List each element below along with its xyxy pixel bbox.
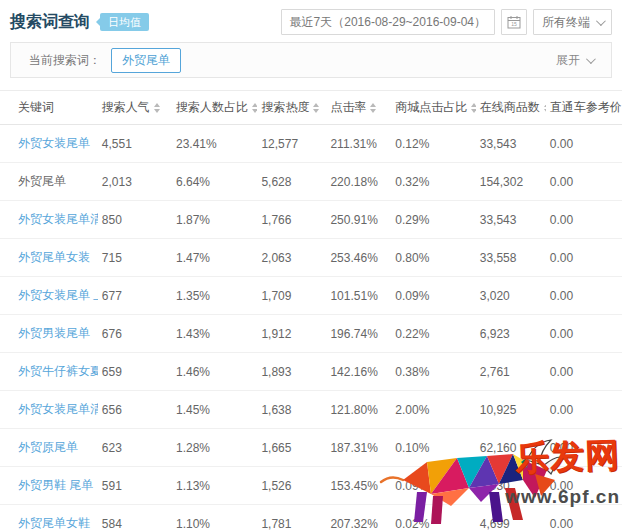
calendar-icon: 15: [507, 15, 521, 29]
keyword-link[interactable]: 外贸男装尾单: [18, 326, 90, 340]
value-cell-ratio: 1.13%: [172, 467, 257, 505]
column-header-label: 直通车参考价: [550, 100, 622, 114]
keyword-link[interactable]: 外贸尾单女装: [18, 250, 90, 264]
keyword-cell: 外贸尾单女鞋: [0, 505, 98, 530]
sort-icon[interactable]: [313, 103, 320, 113]
value-cell-popularity: 591: [98, 467, 172, 505]
value-cell-popularity: 677: [98, 277, 172, 315]
value-cell-mall_ctr: 0.29%: [391, 201, 475, 239]
chevron-down-icon: [586, 54, 596, 64]
value-cell-ctr: 250.91%: [326, 201, 391, 239]
column-header[interactable]: 搜索人气: [98, 91, 172, 125]
value-cell-ratio: 1.10%: [172, 505, 257, 530]
value-cell-online_products: 3,020: [476, 277, 546, 315]
value-cell-ctr: 153.45%: [326, 467, 391, 505]
column-header: 关键词: [0, 91, 98, 125]
sort-icon[interactable]: [252, 103, 257, 113]
value-cell-ppc_ref: 0.00: [546, 239, 622, 277]
value-cell-online_products: 62,160: [476, 429, 546, 467]
value-cell-ctr: 220.18%: [326, 163, 391, 201]
keyword-link[interactable]: 外贸女装尾单: [18, 136, 90, 150]
value-cell-ppc_ref: 0.00: [546, 163, 622, 201]
table-row: 外贸女装尾单 上衣6771.35%1,709101.51%0.09%3,0200…: [0, 277, 622, 315]
value-cell-online_products: 10,925: [476, 391, 546, 429]
value-cell-mall_ctr: 0.09%: [391, 277, 475, 315]
column-header[interactable]: 在线商品数: [476, 91, 546, 125]
calendar-button[interactable]: 15: [501, 9, 527, 35]
sort-icon[interactable]: [544, 103, 546, 113]
value-cell-ctr: 211.31%: [326, 125, 391, 163]
keyword-cell: 外贸原尾单: [0, 429, 98, 467]
value-cell-online_products: 154,302: [476, 163, 546, 201]
sort-icon[interactable]: [471, 103, 475, 113]
value-cell-mall_ctr: 0.22%: [391, 315, 475, 353]
column-header-label: 搜索人数占比: [176, 100, 248, 114]
value-cell-heat: 1,766: [257, 201, 326, 239]
page-title: 搜索词查询: [10, 12, 90, 33]
value-cell-online_products: 33,543: [476, 201, 546, 239]
sort-icon[interactable]: [370, 103, 377, 113]
table-row: 外贸男装尾单6761.43%1,912196.74%0.22%6,9230.00: [0, 315, 622, 353]
keyword-link[interactable]: 外贸女装尾单 上衣: [18, 288, 98, 302]
table-row: 外贸女装尾单清仓8501.87%1,766250.91%0.29%33,5430…: [0, 201, 622, 239]
value-cell-heat: 1,709: [257, 277, 326, 315]
value-cell-heat: 1,893: [257, 353, 326, 391]
value-cell-ppc_ref: 0.00: [546, 315, 622, 353]
sort-icon[interactable]: [154, 103, 161, 113]
value-cell-heat: 1,912: [257, 315, 326, 353]
value-cell-ctr: 142.16%: [326, 353, 391, 391]
value-cell-heat: 1,526: [257, 467, 326, 505]
value-cell-popularity: 4,551: [98, 125, 172, 163]
keyword-cell: 外贸尾单女装: [0, 239, 98, 277]
table-row: 外贸尾单女鞋5841.10%1,781207.32%0.02%4,6990.00: [0, 505, 622, 530]
expand-toggle[interactable]: 展开: [556, 52, 593, 69]
table-row: 外贸尾单女装7151.47%2,063253.46%0.80%33,5580.0…: [0, 239, 622, 277]
value-cell-ppc_ref: 0.00: [546, 277, 622, 315]
value-cell-popularity: 623: [98, 429, 172, 467]
value-cell-ratio: 1.43%: [172, 315, 257, 353]
value-cell-ppc_ref: 0.00: [546, 353, 622, 391]
current-search-term-button[interactable]: 外贸尾单: [111, 48, 181, 73]
value-cell-mall_ctr: 2.00%: [391, 391, 475, 429]
table-row: 外贸原尾单6231.28%1,665187.31%0.10%62,1600.00: [0, 429, 622, 467]
value-cell-heat: 2,063: [257, 239, 326, 277]
terminal-dropdown[interactable]: 所有终端: [533, 9, 612, 35]
table-row: 外贸女装尾单清仓夏6561.45%1,638121.80%2.00%10,925…: [0, 391, 622, 429]
value-cell-ratio: 1.45%: [172, 391, 257, 429]
date-range-selector[interactable]: 最近7天（2016-08-29~2016-09-04）: [281, 9, 495, 35]
value-cell-mall_ctr: 0.02%: [391, 505, 475, 530]
column-header-label: 在线商品数: [480, 100, 540, 114]
value-cell-ctr: 196.74%: [326, 315, 391, 353]
value-cell-ppc_ref: 0.00: [546, 429, 622, 467]
value-cell-popularity: 850: [98, 201, 172, 239]
keyword-link[interactable]: 外贸原尾单: [18, 440, 78, 454]
column-header[interactable]: 商城点击占比: [391, 91, 475, 125]
keyword-link[interactable]: 外贸牛仔裤女夏尾单: [18, 364, 98, 378]
column-header-label: 搜索人气: [102, 100, 150, 114]
terminal-dropdown-value: 所有终端: [542, 14, 590, 31]
value-cell-ratio: 1.47%: [172, 239, 257, 277]
keyword-link[interactable]: 外贸尾单女鞋: [18, 516, 90, 530]
keyword-cell: 外贸男装尾单: [0, 315, 98, 353]
column-header[interactable]: 搜索热度: [257, 91, 326, 125]
keyword-text: 外贸尾单: [18, 174, 66, 188]
value-cell-mall_ctr: 0.38%: [391, 353, 475, 391]
keyword-cell: 外贸尾单: [0, 163, 98, 201]
value-cell-ratio: 1.87%: [172, 201, 257, 239]
keyword-link[interactable]: 外贸男鞋 尾单: [18, 478, 93, 492]
value-cell-ctr: 187.31%: [326, 429, 391, 467]
value-cell-ctr: 253.46%: [326, 239, 391, 277]
value-cell-ratio: 6.64%: [172, 163, 257, 201]
value-cell-online_products: 6,923: [476, 315, 546, 353]
search-term-query-page: 搜索词查询 日均值 最近7天（2016-08-29~2016-09-04） 15…: [0, 0, 622, 530]
column-header[interactable]: 搜索人数占比: [172, 91, 257, 125]
value-cell-mall_ctr: 0.32%: [391, 163, 475, 201]
keyword-cell: 外贸女装尾单 上衣: [0, 277, 98, 315]
value-cell-ratio: 1.35%: [172, 277, 257, 315]
keyword-link[interactable]: 外贸女装尾单清仓夏: [18, 402, 98, 416]
column-header[interactable]: 直通车参考价: [546, 91, 622, 125]
column-header[interactable]: 点击率: [326, 91, 391, 125]
value-cell-online_products: 33,558: [476, 239, 546, 277]
table-row: 外贸牛仔裤女夏尾单6591.46%1,893142.16%0.38%2,7610…: [0, 353, 622, 391]
keyword-link[interactable]: 外贸女装尾单清仓: [18, 212, 98, 226]
